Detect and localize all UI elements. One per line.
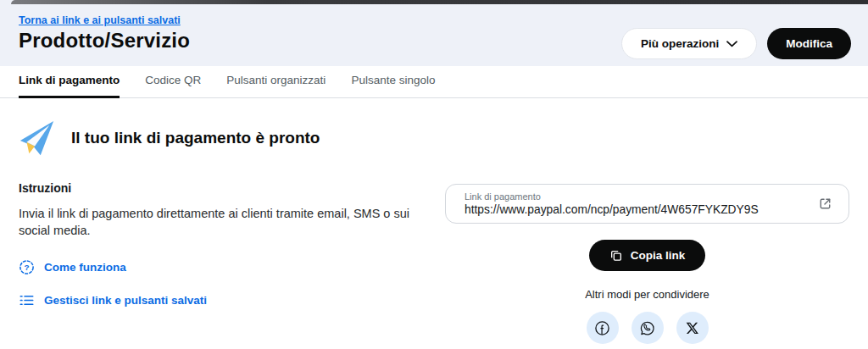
whatsapp-icon bbox=[638, 319, 656, 337]
tab-link-di-pagamento[interactable]: Link di pagamento bbox=[19, 74, 120, 98]
tab-pulsanti-organizzati[interactable]: Pulsanti organizzati bbox=[226, 74, 326, 98]
more-operations-button[interactable]: Più operazioni bbox=[621, 28, 757, 59]
payment-link-texts: Link di pagamento https://www.paypal.com… bbox=[465, 191, 815, 216]
tab-codice-qr[interactable]: Codice QR bbox=[145, 74, 201, 98]
instructions-section: Istruzioni Invia il link di pagamento di… bbox=[19, 181, 426, 308]
hero-section: Il tuo link di pagamento è pronto bbox=[17, 119, 320, 158]
list-icon bbox=[19, 292, 35, 308]
copy-link-label: Copia link bbox=[631, 249, 686, 262]
share-options-row bbox=[587, 312, 709, 344]
x-icon bbox=[684, 320, 700, 336]
share-x-button[interactable] bbox=[676, 312, 709, 344]
tab-pulsante-singolo[interactable]: Pulsante singolo bbox=[351, 74, 435, 98]
page-title: Prodotto/Servizio bbox=[19, 29, 190, 53]
payment-link-section: Link di pagamento https://www.paypal.com… bbox=[445, 184, 849, 344]
share-whatsapp-button[interactable] bbox=[632, 312, 664, 344]
paper-plane-icon bbox=[17, 119, 56, 158]
open-link-icon[interactable] bbox=[815, 194, 835, 213]
payment-link-value: https://www.paypal.com/ncp/payment/4W657… bbox=[465, 203, 815, 216]
more-operations-label: Più operazioni bbox=[641, 37, 719, 50]
svg-text:?: ? bbox=[24, 263, 29, 272]
copy-icon bbox=[609, 249, 623, 263]
window-top-strip bbox=[11, 0, 868, 4]
chevron-down-icon bbox=[726, 41, 737, 47]
manage-saved-links-link[interactable]: Gestisci link e pulsanti salvati bbox=[19, 292, 426, 308]
share-facebook-button[interactable] bbox=[587, 312, 619, 344]
page-header: Torna ai link e ai pulsanti salvati Prod… bbox=[0, 0, 868, 66]
payment-link-field[interactable]: Link di pagamento https://www.paypal.com… bbox=[445, 184, 849, 224]
facebook-icon bbox=[593, 319, 611, 337]
how-it-works-link[interactable]: ? Come funziona bbox=[19, 259, 426, 275]
manage-saved-links-label: Gestisci link e pulsanti salvati bbox=[44, 294, 207, 307]
instructions-body: Invia il link di pagamento direttamente … bbox=[19, 206, 426, 239]
edit-button[interactable]: Modifica bbox=[767, 28, 851, 59]
payment-link-label: Link di pagamento bbox=[465, 191, 815, 202]
tab-bar: Link di pagamento Codice QR Pulsanti org… bbox=[0, 66, 868, 98]
how-it-works-label: Come funziona bbox=[44, 261, 126, 274]
back-to-saved-links-link[interactable]: Torna ai link e ai pulsanti salvati bbox=[19, 14, 181, 26]
help-badge-icon: ? bbox=[19, 259, 35, 275]
copy-link-button[interactable]: Copia link bbox=[589, 240, 706, 271]
header-actions: Più operazioni Modifica bbox=[621, 28, 851, 59]
share-heading: Altri modi per condividere bbox=[585, 288, 709, 301]
hero-heading: Il tuo link di pagamento è pronto bbox=[71, 129, 320, 147]
edit-button-label: Modifica bbox=[786, 37, 832, 50]
instructions-heading: Istruzioni bbox=[19, 181, 426, 195]
